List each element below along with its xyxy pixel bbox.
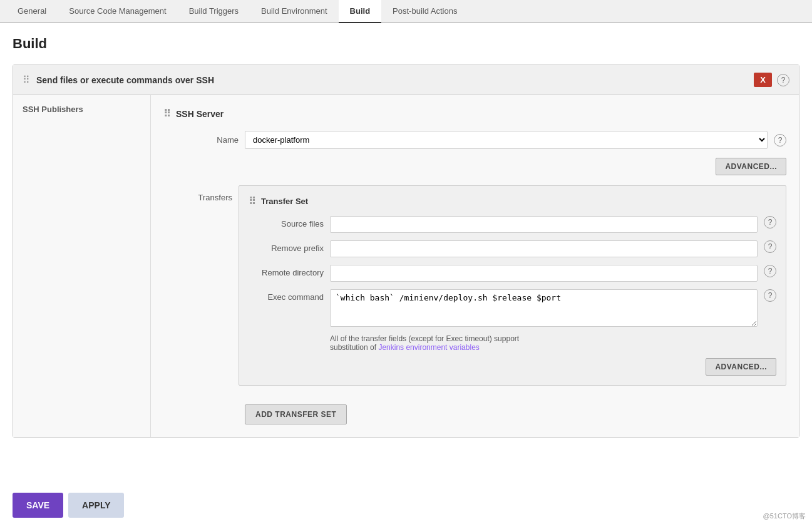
section-help-icon[interactable]: ? [777,74,789,86]
tab-build[interactable]: Build [339,0,382,23]
build-section: ⠿ Send files or execute commands over SS… [13,64,799,438]
ssh-publishers-label: SSH Publishers [23,105,83,114]
tab-build-environment[interactable]: Build Environment [250,0,339,23]
tab-source-code[interactable]: Source Code Management [58,0,177,23]
transfers-label: Transfers [163,185,239,386]
jenkins-env-link[interactable]: Jenkins environment variables [378,343,479,352]
section-body: SSH Publishers ⠿ SSH Server Name docker-… [13,95,799,437]
remote-directory-input[interactable] [330,265,758,282]
page-content: Build ⠿ Send files or execute commands o… [0,23,812,524]
remove-prefix-help-icon[interactable]: ? [764,240,776,253]
ssh-advanced-button[interactable]: ADVANCED... [716,158,786,175]
add-transfer-set-button[interactable]: ADD TRANSFER SET [245,404,347,424]
remote-directory-row: Remote directory ? [249,265,776,282]
transfer-set-box: ⠿ Transfer Set Source files ? Remove pre… [239,185,786,386]
source-files-input[interactable] [330,216,758,233]
page-title: Build [13,36,799,52]
ssh-server-drag-icon: ⠿ [163,108,171,120]
transfers-row: Transfers ⠿ Transfer Set Source files ? [163,185,786,386]
tab-post-build[interactable]: Post-build Actions [381,0,468,23]
name-label: Name [163,135,239,145]
remove-prefix-row: Remove prefix ? [249,240,776,257]
transfer-set-drag-icon: ⠿ [249,195,256,207]
top-nav: General Source Code Management Build Tri… [0,0,812,23]
name-row: Name docker-platform ? [163,131,786,149]
transfer-advanced-button[interactable]: ADVANCED... [706,358,776,376]
drag-handle-icon[interactable]: ⠿ [23,74,30,86]
tab-build-triggers[interactable]: Build Triggers [178,0,250,23]
save-button[interactable]: SAVE [13,493,63,518]
remote-directory-label: Remote directory [249,265,324,277]
section-header-right: X ? [754,73,789,87]
remote-directory-help-icon[interactable]: ? [764,265,776,277]
advanced-btn-row: ADVANCED... [163,158,786,175]
bottom-bar: SAVE APPLY [0,486,812,524]
section-header-left: ⠿ Send files or execute commands over SS… [23,74,214,86]
left-panel: SSH Publishers [13,95,151,437]
info-text: All of the transfer fields (except for E… [330,334,776,352]
name-help-icon[interactable]: ? [774,134,786,146]
remove-prefix-input[interactable] [330,240,758,257]
source-files-label: Source files [249,216,324,229]
exec-command-textarea[interactable]: `which bash` /minienv/deploy.sh $release… [330,289,758,327]
exec-command-help-icon[interactable]: ? [764,289,776,302]
remove-prefix-label: Remove prefix [249,240,324,253]
exec-command-label: Exec command [249,289,324,302]
ssh-server-title: ⠿ SSH Server [163,108,786,120]
delete-button[interactable]: X [754,73,772,87]
watermark: @51CTO博客 [763,511,806,521]
transfer-advanced-row: ADVANCED... [249,358,776,376]
tab-general[interactable]: General [6,0,58,23]
add-transfer-row: ADD TRANSFER SET [245,395,786,424]
name-select[interactable]: docker-platform [245,131,768,149]
transfer-set-title: ⠿ Transfer Set [249,195,776,207]
section-title: Send files or execute commands over SSH [36,75,214,85]
apply-button[interactable]: APPLY [68,493,124,518]
section-header: ⠿ Send files or execute commands over SS… [13,65,799,95]
source-files-row: Source files ? [249,216,776,233]
source-files-help-icon[interactable]: ? [764,216,776,229]
right-panel: ⠿ SSH Server Name docker-platform ? ADVA… [151,95,799,437]
exec-command-row: Exec command `which bash` /minienv/deplo… [249,289,776,327]
